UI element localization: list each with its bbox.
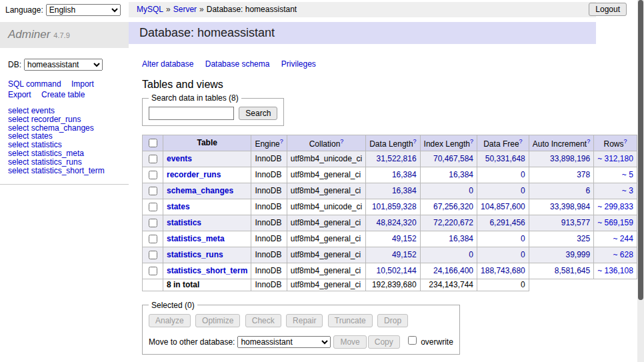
db-select[interactable]: homeassistant: [24, 59, 103, 71]
engine-cell: InnoDB: [251, 199, 287, 215]
column-header-auto-increment: Auto Increment?: [529, 135, 593, 151]
help-link[interactable]: ?: [280, 138, 283, 145]
logout-button[interactable]: Logout: [589, 3, 627, 16]
table-header-row: Table Engine? Collation? Data Length? In…: [143, 135, 644, 151]
privileges-link[interactable]: Privileges: [281, 59, 316, 69]
move-label: Move to other database:: [149, 337, 235, 347]
selected-buttons-row: Analyze Optimize Check Repair Truncate D…: [149, 314, 453, 327]
rows-count-link[interactable]: ~ 136,108: [597, 266, 633, 275]
column-header-label: Data Free: [483, 139, 519, 149]
tables-section-title: Tables and views: [142, 78, 617, 91]
index-length-cell: 0: [420, 183, 477, 199]
scrollbar-thumb[interactable]: [638, 0, 643, 300]
row-checkbox[interactable]: [149, 171, 157, 179]
rows-count-link[interactable]: ~ 3: [622, 186, 633, 195]
row-check-cell: [143, 263, 163, 279]
rows-count-cell: ~ 299,833: [594, 199, 637, 215]
column-header-label: Table: [197, 138, 217, 147]
table-name-link[interactable]: states: [167, 202, 190, 211]
sidebar-link-sql-command[interactable]: SQL command: [8, 79, 61, 89]
total-data-length-cell: 192,839,680: [366, 279, 420, 291]
data-free-cell: 0: [477, 183, 529, 199]
table-name-link[interactable]: statistics_meta: [167, 234, 225, 243]
sidebar-link-import[interactable]: Import: [71, 79, 94, 89]
breadcrumb-link-mysql[interactable]: MySQL: [137, 5, 163, 14]
rows-count-link[interactable]: ~ 628: [613, 250, 633, 259]
total-collation-cell: utf8mb4_general_ci: [287, 279, 365, 291]
row-checkbox[interactable]: [149, 267, 157, 275]
help-link[interactable]: ?: [587, 138, 590, 145]
search-button[interactable]: Search: [239, 107, 277, 120]
optimize-button[interactable]: Optimize: [195, 314, 240, 327]
total-engine-cell: InnoDB: [251, 279, 287, 291]
table-name-link[interactable]: statistics: [167, 218, 201, 227]
help-link[interactable]: ?: [470, 138, 473, 145]
data-free-cell: 50,331,648: [477, 151, 529, 167]
table-name-link[interactable]: statistics_runs: [167, 250, 223, 259]
overwrite-label: overwrite: [421, 337, 453, 347]
row-check-cell: [143, 151, 163, 167]
data-length-cell: 49,152: [366, 231, 420, 247]
breadcrumb-link-server[interactable]: Server: [173, 5, 197, 14]
collation-cell: utf8mb4_general_ci: [287, 231, 365, 247]
table-name-link[interactable]: statistics_short_term: [167, 266, 247, 275]
rows-count-link[interactable]: ~ 244: [613, 234, 633, 243]
sidebar-item-select-recorder-runs[interactable]: select recorder_runs: [8, 115, 121, 124]
row-checkbox[interactable]: [149, 235, 157, 243]
vertical-scrollbar[interactable]: [637, 0, 644, 362]
column-header-rows: Rows?: [594, 135, 637, 151]
sidebar-item-select-events[interactable]: select events: [8, 107, 121, 115]
move-db-select[interactable]: homeassistant: [237, 336, 331, 348]
copy-button[interactable]: Copy: [368, 335, 400, 349]
table-name-link[interactable]: recorder_runs: [167, 170, 221, 179]
drop-button[interactable]: Drop: [377, 314, 408, 327]
table-name-cell: schema_changes: [163, 183, 251, 199]
table-name-cell: statistics: [163, 215, 251, 231]
rows-count-link[interactable]: ~ 5: [622, 170, 633, 179]
column-header-data-length: Data Length?: [366, 135, 420, 151]
repair-button[interactable]: Repair: [286, 314, 323, 327]
sidebar-link-create-table[interactable]: Create table: [41, 90, 85, 99]
language-select[interactable]: English: [46, 4, 121, 16]
row-checkbox[interactable]: [149, 203, 157, 211]
sidebar-item-select-statistics-meta[interactable]: select statistics_meta: [8, 149, 121, 158]
help-link[interactable]: ?: [340, 138, 343, 145]
check-button[interactable]: Check: [245, 314, 281, 327]
table-name-link[interactable]: schema_changes: [167, 186, 233, 195]
alter-database-link[interactable]: Alter database: [142, 59, 193, 69]
help-link[interactable]: ?: [624, 138, 627, 145]
overwrite-checkbox[interactable]: [408, 336, 417, 345]
truncate-button[interactable]: Truncate: [328, 314, 373, 327]
rows-count-link[interactable]: ~ 299,833: [597, 202, 633, 211]
row-checkbox[interactable]: [149, 155, 157, 163]
sidebar-item-select-statistics-short-term[interactable]: select statistics_short_term: [8, 167, 121, 175]
help-link[interactable]: ?: [413, 138, 417, 145]
row-check-cell: [143, 215, 163, 231]
sidebar-item-select-statistics-runs[interactable]: select statistics_runs: [8, 158, 121, 167]
row-checkbox[interactable]: [149, 187, 157, 195]
rows-count-cell: ~ 3: [594, 183, 637, 199]
sidebar-link-export[interactable]: Export: [8, 90, 31, 99]
help-link[interactable]: ?: [519, 138, 523, 145]
sidebar: Language: English Adminer4.7.9 DB: homea…: [0, 0, 129, 362]
data-length-cell: 10,502,144: [366, 263, 420, 279]
database-schema-link[interactable]: Database schema: [205, 59, 270, 69]
index-length-cell: 67,256,320: [420, 199, 477, 215]
row-checkbox[interactable]: [149, 251, 157, 259]
row-check-cell: [143, 247, 163, 263]
search-input[interactable]: [149, 107, 234, 120]
analyze-button[interactable]: Analyze: [149, 314, 191, 327]
breadcrumb-current: Database: homeassistant: [207, 5, 297, 14]
rows-count-link[interactable]: ~ 312,180: [597, 154, 633, 163]
row-checkbox[interactable]: [149, 219, 157, 227]
collation-cell: utf8mb4_general_ci: [287, 167, 365, 183]
auto-increment-cell: 39,999: [529, 247, 593, 263]
select-all-checkbox[interactable]: [149, 139, 157, 147]
overwrite-control: overwrite: [405, 337, 453, 347]
column-header-engine: Engine?: [251, 135, 287, 151]
rows-count-link[interactable]: ~ 569,159: [597, 218, 633, 227]
table-name-link[interactable]: events: [167, 154, 192, 163]
move-button[interactable]: Move: [333, 335, 366, 349]
auto-increment-cell: 913,577: [529, 215, 593, 231]
data-free-cell: 104,857,600: [477, 199, 529, 215]
